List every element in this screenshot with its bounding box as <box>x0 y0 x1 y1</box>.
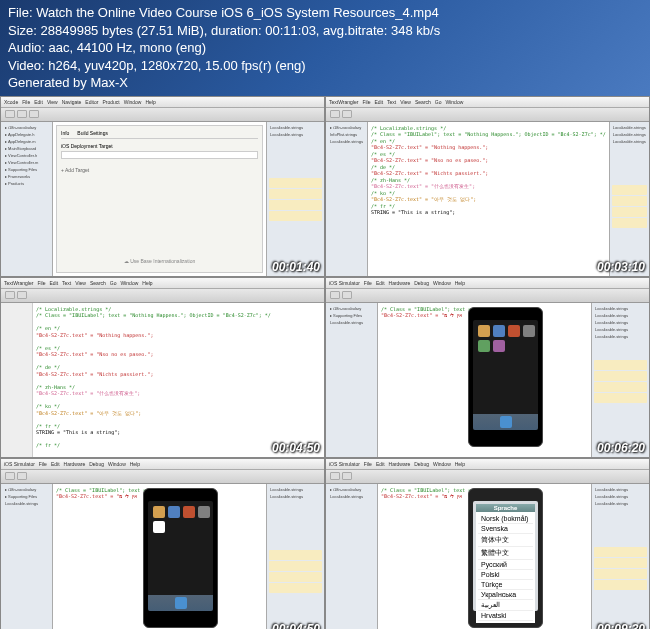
utilities-panel: Localizable.stringsLocalizable.stringsLo… <box>591 303 649 457</box>
editor-area: Info Build Settings iOS Deployment Targe… <box>53 122 266 276</box>
app-icon[interactable] <box>523 325 535 337</box>
language-item[interactable]: العربية <box>478 600 533 611</box>
utilities-panel: Localizable.stringsLocalizable.strings <box>266 484 324 629</box>
thumbnail-1: XcodeFileEditViewNavigateEditorProductWi… <box>0 96 325 277</box>
editor-area: /* Class = "IBUILabel"; text = "Bc4-S2-Z… <box>378 484 591 629</box>
language-list[interactable]: Norsk (bokmål) Svenska 简体中文 繁體中文 Русский… <box>476 512 535 623</box>
toolbar <box>326 289 649 303</box>
project-navigator[interactable]: ▸ i18n-vocabulary Localizable.strings <box>326 484 378 629</box>
toolbar <box>1 470 324 484</box>
ios-simulator[interactable] <box>468 307 543 447</box>
language-item[interactable]: Svenska <box>478 524 533 534</box>
app-icon[interactable] <box>153 506 165 518</box>
project-navigator[interactable]: ▸ i18n-vocabulary ▸ Supporting Files Loc… <box>1 484 53 629</box>
add-target-button[interactable]: + Add Target <box>61 167 258 173</box>
editor-area: /* Class = "IBUILabel"; text = "Bc4-S2-Z… <box>378 303 591 457</box>
toolbar <box>1 108 324 122</box>
menubar: TextWranglerFileEditTextViewSearchGoWind… <box>1 278 324 289</box>
utilities-panel: Localizable.stringsLocalizable.strings <box>266 122 324 276</box>
thumbnail-4: iOS SimulatorFileEditHardwareDebugWindow… <box>325 277 650 458</box>
language-item[interactable]: Русский <box>478 560 533 570</box>
app-icon[interactable] <box>183 506 195 518</box>
timestamp: 00:06:20 <box>597 441 645 455</box>
menubar: iOS SimulatorFileEditHardwareDebugWindow… <box>326 278 649 289</box>
safari-icon[interactable] <box>175 597 187 609</box>
thumbnail-3: TextWranglerFileEditTextViewSearchGoWind… <box>0 277 325 458</box>
menubar: iOS SimulatorFileEditHardwareDebugWindow… <box>1 459 324 470</box>
utilities-panel: Localizable.stringsLocalizable.stringsLo… <box>609 122 649 276</box>
app-icon[interactable] <box>493 325 505 337</box>
thumbnail-2: TextWranglerFileEditTextViewSearchGoWind… <box>325 96 650 277</box>
menubar: iOS SimulatorFileEditHardwareDebugWindow… <box>326 459 649 470</box>
file-line: File: Watch the Online Video Course iOS … <box>8 4 642 22</box>
app-icon[interactable] <box>198 506 210 518</box>
thumbnail-grid: XcodeFileEditViewNavigateEditorProductWi… <box>0 96 650 629</box>
language-item[interactable]: Українська <box>478 590 533 600</box>
build-settings-tab[interactable]: Build Settings <box>77 130 108 136</box>
timestamp: 00:01:40 <box>272 260 320 274</box>
audio-line: Audio: aac, 44100 Hz, mono (eng) <box>8 39 642 57</box>
size-line: Size: 28849985 bytes (27.51 MiB), durati… <box>8 22 642 40</box>
app-icon[interactable] <box>153 521 165 533</box>
file-info-header: File: Watch the Online Video Course iOS … <box>0 0 650 96</box>
deployment-target-label: iOS Deployment Target <box>61 143 258 149</box>
menubar: XcodeFileEditViewNavigateEditorProductWi… <box>1 97 324 108</box>
project-navigator[interactable]: ▸ i18n-vocabulary ▸ Supporting Files Loc… <box>326 303 378 457</box>
project-navigator[interactable]: ▸ i18n-vocabulary ▸ AppDelegate.h ▸ AppD… <box>1 122 53 276</box>
app-icon[interactable] <box>508 325 520 337</box>
language-item[interactable]: Norsk (bokmål) <box>478 514 533 524</box>
safari-icon[interactable] <box>500 416 512 428</box>
file-list[interactable]: ▸ i18n-vocabulary InfoPlist.strings Loca… <box>326 122 368 276</box>
thumbnail-5: iOS SimulatorFileEditHardwareDebugWindow… <box>0 458 325 629</box>
timestamp: 00:04:50 <box>272 622 320 629</box>
app-icon[interactable] <box>493 340 505 352</box>
editor-area: /* Class = "IBUILabel"; text = "Bc4-S2-Z… <box>53 484 266 629</box>
language-item[interactable]: 繁體中文 <box>478 547 533 560</box>
ios-simulator[interactable]: Sprache Norsk (bokmål) Svenska 简体中文 繁體中文… <box>468 488 543 628</box>
language-item[interactable]: Hrvatski <box>478 611 533 621</box>
code-editor[interactable]: /* Localizable.strings */ /* Class = "IB… <box>33 303 324 457</box>
language-item[interactable]: 简体中文 <box>478 534 533 547</box>
utilities-panel: Localizable.stringsLocalizable.stringsLo… <box>591 484 649 629</box>
language-item[interactable]: Türkçe <box>478 580 533 590</box>
app-icon[interactable] <box>478 340 490 352</box>
nav-title: Sprache <box>476 504 535 512</box>
generated-line: Generated by Max-X <box>8 74 642 92</box>
app-icon[interactable] <box>478 325 490 337</box>
toolbar <box>326 470 649 484</box>
toolbar <box>1 289 324 303</box>
language-item[interactable]: Polski <box>478 570 533 580</box>
code-editor[interactable]: /* Localizable.strings */ /* Class = "IB… <box>368 122 609 276</box>
thumbnail-6: iOS SimulatorFileEditHardwareDebugWindow… <box>325 458 650 629</box>
info-tab[interactable]: Info <box>61 130 69 136</box>
timestamp: 00:04:50 <box>272 441 320 455</box>
app-icon[interactable] <box>168 506 180 518</box>
timestamp: 00:03:10 <box>597 260 645 274</box>
toolbar <box>326 108 649 122</box>
ios-simulator[interactable] <box>143 488 218 628</box>
video-line: Video: h264, yuv420p, 1280x720, 15.00 fp… <box>8 57 642 75</box>
timestamp: 00:09:30 <box>597 622 645 629</box>
menubar: TextWranglerFileEditTextViewSearchGoWind… <box>326 97 649 108</box>
